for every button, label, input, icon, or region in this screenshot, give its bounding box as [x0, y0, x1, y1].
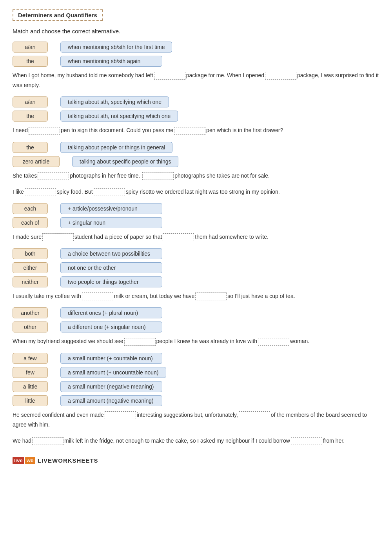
instruction-text: Match and choose the correct alternative… [13, 28, 379, 35]
logo: livewb [13, 457, 35, 464]
blank-input[interactable] [239, 411, 270, 419]
def-box: when mentioning sb/sth for the first tim… [60, 42, 172, 53]
def-box: two people or things together [60, 276, 162, 287]
blank-input[interactable] [154, 72, 185, 80]
match-row: other a different one (+ singular noun) [13, 322, 379, 332]
footer-text: LIVEWORKSHEETS [38, 457, 98, 464]
match-row: the when mentioning sb/sth again [13, 56, 379, 67]
match-row: the talking about people or things in ge… [13, 142, 379, 153]
section-4: each + article/possessive/pronoun each o… [13, 203, 379, 242]
page-title: Determiners and Quantifiers [13, 9, 103, 21]
term-box: the [13, 111, 48, 122]
logo-red: live [13, 457, 24, 464]
exercise-text: We hadmilk left in the fridge, not enoug… [13, 436, 379, 446]
def-box: talking about sth, specifying which one [60, 96, 169, 107]
match-row: the talking about sth, not specifying wh… [13, 111, 379, 122]
blank-input[interactable] [38, 172, 69, 180]
match-row: few a small amount (+ uncountable noun) [13, 367, 379, 378]
match-row: a/an talking about sth, specifying which… [13, 96, 379, 107]
def-box: different ones (+ plural noun) [60, 307, 162, 318]
def-box: a small amount (negative meaning) [60, 395, 162, 406]
def-box: a small amount (+ uncountable noun) [60, 367, 166, 378]
section-6: another different ones (+ plural noun) o… [13, 307, 379, 346]
match-row: both a choice between two possibilities [13, 248, 379, 259]
term-box: either [13, 262, 48, 273]
blank-input[interactable] [94, 188, 125, 196]
logo-orange: wb [25, 457, 35, 464]
match-row: a little a small number (negative meanin… [13, 381, 379, 392]
term-box: zero article [13, 156, 60, 167]
term-box: the [13, 56, 48, 67]
exercise-text: When my boyfriend suggested we should se… [13, 336, 379, 346]
term-box: a/an [13, 96, 48, 107]
blank-input[interactable] [32, 437, 64, 445]
def-box: not one or the other [60, 262, 162, 273]
exercise-text: She takesphotographs in her free time. p… [13, 171, 379, 181]
term-box: the [13, 142, 48, 153]
blank-input[interactable] [174, 127, 205, 135]
def-box: a small number (negative meaning) [60, 381, 162, 392]
term-box: little [13, 395, 48, 406]
section-3: the talking about people or things in ge… [13, 142, 379, 197]
match-row: each + article/possessive/pronoun [13, 203, 379, 214]
blank-input[interactable] [142, 172, 174, 180]
section-7: a few a small number (+ countable noun) … [13, 353, 379, 446]
term-box: other [13, 322, 48, 332]
match-row: each of + singular noun [13, 217, 379, 228]
match-row: neither two people or things together [13, 276, 379, 287]
exercise-text: I made surestudent had a piece of paper … [13, 232, 379, 242]
exercise-text: I needpen to sign this document. Could y… [13, 125, 379, 135]
exercise-text: He seemed confident and even madeinteres… [13, 410, 379, 430]
match-row: little a small amount (negative meaning) [13, 395, 379, 406]
match-row: either not one or the other [13, 262, 379, 273]
term-box: a/an [13, 42, 48, 53]
def-box: + singular noun [60, 217, 162, 228]
def-box: + article/possessive/pronoun [60, 203, 162, 214]
term-box: each of [13, 217, 48, 228]
def-box: a choice between two possibilities [60, 248, 162, 259]
match-row: another different ones (+ plural noun) [13, 307, 379, 318]
def-box: talking about people or things in genera… [60, 142, 172, 153]
term-box: a few [13, 353, 48, 364]
section-2: a/an talking about sth, specifying which… [13, 96, 379, 135]
def-box: a small number (+ countable noun) [60, 353, 162, 364]
def-box: talking about specific people or things [72, 156, 178, 167]
blank-input[interactable] [195, 292, 227, 300]
term-box: each [13, 203, 48, 214]
blank-input[interactable] [105, 411, 136, 419]
blank-input[interactable] [265, 72, 296, 80]
blank-input[interactable] [124, 338, 156, 346]
blank-input[interactable] [258, 338, 289, 346]
term-box: few [13, 367, 48, 378]
section-5: both a choice between two possibilities … [13, 248, 379, 301]
match-row: zero article talking about specific peop… [13, 156, 379, 167]
blank-input[interactable] [29, 127, 60, 135]
exercise-text: When I got home, my husband told me some… [13, 71, 379, 90]
def-box: talking about sth, not specifying which … [60, 111, 178, 122]
def-box: a different one (+ singular noun) [60, 322, 162, 332]
blank-input[interactable] [25, 188, 56, 196]
match-row: a few a small number (+ countable noun) [13, 353, 379, 364]
term-box: another [13, 307, 48, 318]
footer: livewb LIVEWORKSHEETS [13, 457, 379, 464]
term-box: neither [13, 276, 48, 287]
def-box: when mentioning sb/sth again [60, 56, 162, 67]
exercise-text: I usually take my coffee withmilk or cre… [13, 291, 379, 301]
blank-input[interactable] [82, 292, 113, 300]
blank-input[interactable] [291, 437, 322, 445]
match-row: a/an when mentioning sb/sth for the firs… [13, 42, 379, 53]
blank-input[interactable] [42, 233, 74, 241]
exercise-text: I likespicy food. Butspicy risotto we or… [13, 187, 379, 197]
blank-input[interactable] [163, 233, 194, 241]
section-1: a/an when mentioning sb/sth for the firs… [13, 42, 379, 90]
term-box: a little [13, 381, 48, 392]
term-box: both [13, 248, 48, 259]
